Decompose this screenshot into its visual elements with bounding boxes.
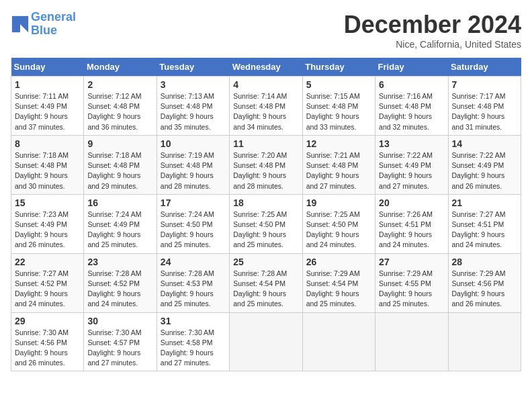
day-info: Sunrise: 7:12 AM Sunset: 4:48 PM Dayligh…: [87, 92, 141, 131]
calendar-week-row: 29 Sunrise: 7:30 AM Sunset: 4:56 PM Dayl…: [11, 312, 521, 371]
day-number: 4: [233, 79, 298, 90]
day-info: Sunrise: 7:24 AM Sunset: 4:50 PM Dayligh…: [161, 210, 214, 249]
table-row: 17 Sunrise: 7:24 AM Sunset: 4:50 PM Dayl…: [157, 194, 229, 253]
day-number: 16: [87, 197, 152, 208]
day-info: Sunrise: 7:25 AM Sunset: 4:50 PM Dayligh…: [306, 210, 360, 249]
table-row: [302, 312, 375, 371]
day-number: 17: [161, 197, 226, 208]
table-row: 12 Sunrise: 7:21 AM Sunset: 4:48 PM Dayl…: [302, 135, 375, 194]
day-number: 9: [87, 138, 152, 149]
day-info: Sunrise: 7:30 AM Sunset: 4:58 PM Dayligh…: [161, 328, 214, 367]
table-row: 31 Sunrise: 7:30 AM Sunset: 4:58 PM Dayl…: [157, 312, 229, 371]
table-row: 13 Sunrise: 7:22 AM Sunset: 4:49 PM Dayl…: [375, 135, 448, 194]
calendar-week-row: 22 Sunrise: 7:27 AM Sunset: 4:52 PM Dayl…: [11, 253, 521, 312]
table-row: 28 Sunrise: 7:29 AM Sunset: 4:56 PM Dayl…: [448, 253, 521, 312]
day-number: 2: [87, 79, 152, 90]
calendar-week-row: 1 Sunrise: 7:11 AM Sunset: 4:49 PM Dayli…: [11, 77, 521, 136]
weekday-header-row: Sunday Monday Tuesday Wednesday Thursday…: [11, 58, 521, 77]
table-row: 10 Sunrise: 7:19 AM Sunset: 4:48 PM Dayl…: [157, 135, 229, 194]
day-info: Sunrise: 7:30 AM Sunset: 4:56 PM Dayligh…: [15, 328, 69, 367]
day-number: 13: [379, 138, 444, 149]
day-info: Sunrise: 7:27 AM Sunset: 4:52 PM Dayligh…: [15, 269, 69, 308]
day-info: Sunrise: 7:28 AM Sunset: 4:54 PM Dayligh…: [233, 269, 287, 308]
logo-text: General Blue: [31, 11, 76, 38]
svg-rect-0: [12, 16, 20, 24]
calendar-subtitle: Nice, California, United States: [344, 39, 521, 50]
day-info: Sunrise: 7:22 AM Sunset: 4:49 PM Dayligh…: [452, 151, 506, 190]
day-number: 31: [161, 316, 226, 326]
table-row: 11 Sunrise: 7:20 AM Sunset: 4:48 PM Dayl…: [230, 135, 302, 194]
day-number: 18: [233, 197, 298, 208]
day-info: Sunrise: 7:17 AM Sunset: 4:48 PM Dayligh…: [452, 92, 506, 131]
day-info: Sunrise: 7:26 AM Sunset: 4:51 PM Dayligh…: [379, 210, 433, 249]
header-thursday: Thursday: [302, 58, 375, 77]
table-row: 25 Sunrise: 7:28 AM Sunset: 4:54 PM Dayl…: [230, 253, 302, 312]
calendar-title: December 2024: [344, 11, 521, 39]
day-info: Sunrise: 7:15 AM Sunset: 4:48 PM Dayligh…: [306, 92, 360, 131]
day-number: 30: [87, 316, 152, 326]
table-row: 24 Sunrise: 7:28 AM Sunset: 4:53 PM Dayl…: [157, 253, 229, 312]
day-number: 22: [15, 257, 80, 267]
calendar-week-row: 15 Sunrise: 7:23 AM Sunset: 4:49 PM Dayl…: [11, 194, 521, 253]
table-row: 29 Sunrise: 7:30 AM Sunset: 4:56 PM Dayl…: [11, 312, 84, 371]
day-number: 19: [306, 197, 371, 208]
header-wednesday: Wednesday: [230, 58, 302, 77]
day-info: Sunrise: 7:22 AM Sunset: 4:49 PM Dayligh…: [379, 151, 433, 190]
day-number: 23: [87, 257, 152, 267]
header-saturday: Saturday: [448, 58, 521, 77]
table-row: 2 Sunrise: 7:12 AM Sunset: 4:48 PM Dayli…: [84, 77, 157, 136]
logo: General Blue: [11, 11, 76, 38]
day-info: Sunrise: 7:25 AM Sunset: 4:50 PM Dayligh…: [233, 210, 287, 249]
table-row: 5 Sunrise: 7:15 AM Sunset: 4:48 PM Dayli…: [302, 77, 375, 136]
day-number: 29: [15, 316, 80, 326]
table-row: 15 Sunrise: 7:23 AM Sunset: 4:49 PM Dayl…: [11, 194, 84, 253]
table-row: 20 Sunrise: 7:26 AM Sunset: 4:51 PM Dayl…: [375, 194, 448, 253]
day-info: Sunrise: 7:29 AM Sunset: 4:55 PM Dayligh…: [379, 269, 433, 308]
day-number: 15: [15, 197, 80, 208]
header-tuesday: Tuesday: [157, 58, 229, 77]
day-info: Sunrise: 7:13 AM Sunset: 4:48 PM Dayligh…: [161, 92, 214, 131]
day-info: Sunrise: 7:19 AM Sunset: 4:48 PM Dayligh…: [161, 151, 214, 190]
table-row: 30 Sunrise: 7:30 AM Sunset: 4:57 PM Dayl…: [84, 312, 157, 371]
page-header: General Blue December 2024 Nice, Califor…: [11, 11, 521, 50]
table-row: 22 Sunrise: 7:27 AM Sunset: 4:52 PM Dayl…: [11, 253, 84, 312]
day-number: 10: [161, 138, 226, 149]
table-row: 26 Sunrise: 7:29 AM Sunset: 4:54 PM Dayl…: [302, 253, 375, 312]
table-row: 23 Sunrise: 7:28 AM Sunset: 4:52 PM Dayl…: [84, 253, 157, 312]
day-info: Sunrise: 7:28 AM Sunset: 4:53 PM Dayligh…: [161, 269, 214, 308]
day-number: 11: [233, 138, 298, 149]
table-row: [448, 312, 521, 371]
day-info: Sunrise: 7:23 AM Sunset: 4:49 PM Dayligh…: [15, 210, 69, 249]
day-info: Sunrise: 7:21 AM Sunset: 4:48 PM Dayligh…: [306, 151, 360, 190]
day-number: 14: [452, 138, 517, 149]
day-number: 27: [379, 257, 444, 267]
day-info: Sunrise: 7:11 AM Sunset: 4:49 PM Dayligh…: [15, 92, 69, 131]
table-row: 14 Sunrise: 7:22 AM Sunset: 4:49 PM Dayl…: [448, 135, 521, 194]
logo-icon: [11, 15, 30, 34]
day-number: 26: [306, 257, 371, 267]
svg-rect-1: [20, 16, 28, 24]
table-row: 7 Sunrise: 7:17 AM Sunset: 4:48 PM Dayli…: [448, 77, 521, 136]
day-number: 5: [306, 79, 371, 90]
table-row: 1 Sunrise: 7:11 AM Sunset: 4:49 PM Dayli…: [11, 77, 84, 136]
day-info: Sunrise: 7:18 AM Sunset: 4:48 PM Dayligh…: [15, 151, 69, 190]
svg-marker-3: [20, 24, 28, 32]
table-row: 8 Sunrise: 7:18 AM Sunset: 4:48 PM Dayli…: [11, 135, 84, 194]
table-row: 4 Sunrise: 7:14 AM Sunset: 4:48 PM Dayli…: [230, 77, 302, 136]
day-info: Sunrise: 7:20 AM Sunset: 4:48 PM Dayligh…: [233, 151, 287, 190]
day-number: 28: [452, 257, 517, 267]
day-info: Sunrise: 7:27 AM Sunset: 4:51 PM Dayligh…: [452, 210, 506, 249]
day-number: 25: [233, 257, 298, 267]
day-number: 3: [161, 79, 226, 90]
day-number: 21: [452, 197, 517, 208]
table-row: 6 Sunrise: 7:16 AM Sunset: 4:48 PM Dayli…: [375, 77, 448, 136]
header-friday: Friday: [375, 58, 448, 77]
table-row: 19 Sunrise: 7:25 AM Sunset: 4:50 PM Dayl…: [302, 194, 375, 253]
day-number: 12: [306, 138, 371, 149]
day-info: Sunrise: 7:29 AM Sunset: 4:56 PM Dayligh…: [452, 269, 506, 308]
header-sunday: Sunday: [11, 58, 84, 77]
table-row: 3 Sunrise: 7:13 AM Sunset: 4:48 PM Dayli…: [157, 77, 229, 136]
day-number: 24: [161, 257, 226, 267]
table-row: [375, 312, 448, 371]
day-info: Sunrise: 7:28 AM Sunset: 4:52 PM Dayligh…: [87, 269, 141, 308]
